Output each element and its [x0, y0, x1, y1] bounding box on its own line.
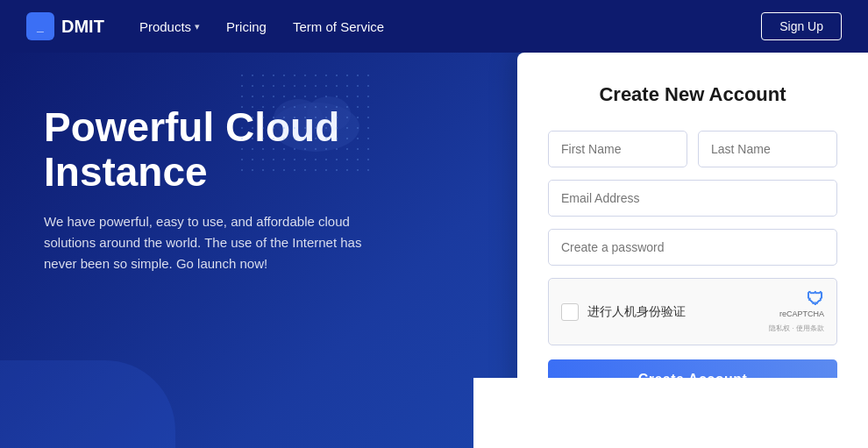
- create-account-button[interactable]: Create Account: [548, 359, 837, 400]
- main-section: Powerful Cloud Instance We have powerful…: [0, 53, 868, 448]
- signup-button[interactable]: Sign Up: [761, 12, 842, 40]
- captcha-checkbox[interactable]: [561, 303, 579, 321]
- nav-pricing[interactable]: Pricing: [226, 19, 267, 34]
- cloud-decoration: [263, 79, 368, 158]
- captcha-left: 进行人机身份验证: [561, 303, 686, 321]
- brand-logo[interactable]: _ DMIT: [26, 12, 104, 40]
- bottom-decoration: [0, 360, 175, 448]
- hero-description: We have powerful, easy to use, and affor…: [44, 211, 377, 274]
- first-name-input[interactable]: [548, 131, 687, 167]
- logo-icon: _: [26, 12, 54, 40]
- password-input[interactable]: [548, 229, 837, 266]
- captcha-label: 进行人机身份验证: [587, 304, 686, 320]
- last-name-input[interactable]: [698, 131, 837, 167]
- name-row: [548, 131, 837, 167]
- captcha-links: 隐私权 · 使用条款: [769, 324, 824, 332]
- logo-text: DMIT: [61, 17, 104, 37]
- nav-tos[interactable]: Term of Service: [293, 19, 384, 34]
- email-input[interactable]: [548, 180, 837, 217]
- password-group: [548, 229, 837, 266]
- recaptcha-logo: 🛡: [807, 289, 824, 309]
- email-group: [548, 180, 837, 217]
- chevron-down-icon: ▾: [195, 21, 200, 32]
- recaptcha-brand: reCAPTCHA: [769, 309, 824, 318]
- form-title: Create New Account: [548, 83, 837, 106]
- captcha-right: 🛡 reCAPTCHA 隐私权 · 使用条款: [769, 289, 824, 334]
- nav-links: Products ▾ Pricing Term of Service: [139, 19, 761, 34]
- captcha-box[interactable]: 进行人机身份验证 🛡 reCAPTCHA 隐私权 · 使用条款: [548, 278, 837, 345]
- signup-form-panel: Create New Account 进行人机身份验证 🛡 reCAPTCHA …: [517, 53, 868, 448]
- svg-point-2: [307, 96, 351, 132]
- navbar: _ DMIT Products ▾ Pricing Term of Servic…: [0, 0, 868, 53]
- nav-products[interactable]: Products ▾: [139, 19, 200, 34]
